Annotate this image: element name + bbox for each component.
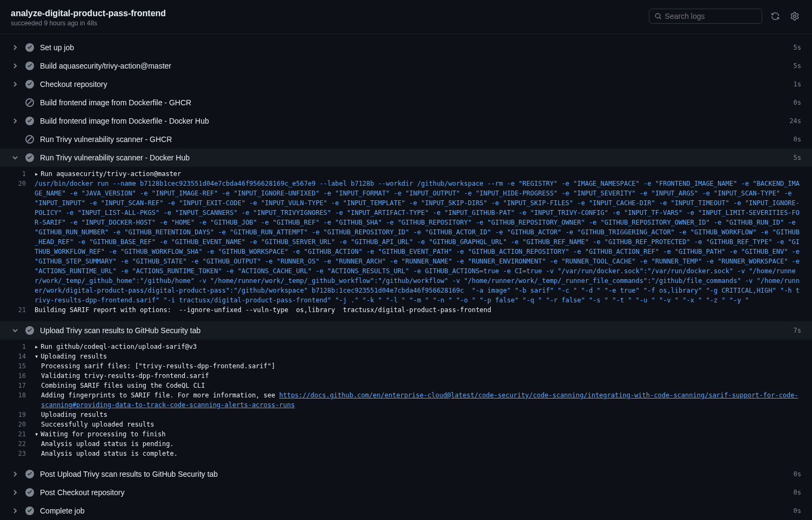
log-line-text: ▸Run github/codeql-action/upload-sarif@v… xyxy=(35,342,801,352)
skip-circle-icon xyxy=(25,134,35,144)
step-label: Run Trivy vulnerability scanner - GHCR xyxy=(40,135,788,144)
step-checkout[interactable]: Checkout repository 1s xyxy=(0,75,812,93)
log-line[interactable]: 15 Processing sarif files: ["trivy-resul… xyxy=(0,361,812,371)
chevron-right-icon xyxy=(11,470,19,478)
rerun-button[interactable] xyxy=(769,10,782,23)
check-circle-icon xyxy=(25,506,35,516)
job-title: analyze-digital-product-pass-frontend xyxy=(11,9,166,18)
skip-circle-icon xyxy=(25,98,35,107)
log-line-text: ▸Run aquasecurity/trivy-action@master xyxy=(35,169,801,179)
step-duration: 0s xyxy=(794,136,801,143)
log-line-number: 17 xyxy=(11,381,35,390)
step-post-checkout[interactable]: Post Checkout repository 0s xyxy=(0,483,812,502)
gear-icon xyxy=(790,12,799,21)
step-label: Upload Trivy scan results to GitHub Secu… xyxy=(40,326,788,335)
log-line[interactable]: 18 Adding fingerprints to SARIF file. Fo… xyxy=(0,390,812,410)
chevron-right-icon xyxy=(11,80,19,89)
log-line-number: 20 xyxy=(11,420,35,429)
log-line-text: Adding fingerprints to SARIF file. For m… xyxy=(35,390,801,410)
log-line-number: 21 xyxy=(11,429,35,439)
search-logs[interactable] xyxy=(649,9,762,24)
check-circle-icon xyxy=(25,116,35,126)
log-line[interactable]: 16 Validating trivy-results-dpp-frontend… xyxy=(0,371,812,381)
log-line[interactable]: 23 Analysis upload status is complete. xyxy=(0,449,812,458)
log-line-text: Analysis upload status is pending. xyxy=(35,439,801,449)
step-complete-job[interactable]: Complete job 0s xyxy=(0,502,812,520)
chevron-right-icon xyxy=(11,507,19,515)
step-label: Post Upload Trivy scan results to GitHub… xyxy=(40,470,788,478)
step-duration: 24s xyxy=(789,117,801,125)
log-line-text: Uploading results xyxy=(35,410,801,420)
step-setup-job[interactable]: Set up job 5s xyxy=(0,38,812,57)
log-line[interactable]: 1 ▸Run github/codeql-action/upload-sarif… xyxy=(0,342,812,352)
log-line-number: 14 xyxy=(11,352,35,361)
chevron-right-icon xyxy=(11,43,19,52)
log-line[interactable]: 17 Combining SARIF files using the CodeQ… xyxy=(0,381,812,390)
step-build-trivy-action[interactable]: Build aquasecurity/trivy-action@master 5… xyxy=(0,57,812,75)
check-circle-icon xyxy=(25,469,35,479)
step-label: Complete job xyxy=(40,507,788,515)
log-line[interactable]: 21 Building SARIF report with options: -… xyxy=(0,305,812,315)
log-line-number: 21 xyxy=(11,305,35,315)
log-line-number: 19 xyxy=(11,410,35,420)
step-duration: 1s xyxy=(794,80,801,88)
search-icon xyxy=(655,12,662,20)
chevron-down-icon xyxy=(11,326,19,335)
sync-icon xyxy=(771,12,780,21)
step-duration: 5s xyxy=(794,154,801,161)
step-trivy-dockerhub[interactable]: Run Trivy vulnerability scanner - Docker… xyxy=(0,148,812,167)
log-line[interactable]: 20 /usr/bin/docker run --name b7128b1cec… xyxy=(0,179,812,305)
check-circle-icon xyxy=(25,61,35,71)
step-label: Set up job xyxy=(40,43,788,52)
step-trivy-ghcr[interactable]: Run Trivy vulnerability scanner - GHCR 0… xyxy=(0,130,812,148)
step-upload-sarif[interactable]: Upload Trivy scan results to GitHub Secu… xyxy=(0,321,812,340)
step-duration: 0s xyxy=(794,470,801,478)
check-circle-icon xyxy=(25,488,35,497)
chevron-down-icon xyxy=(11,153,19,162)
step-duration: 7s xyxy=(794,327,801,334)
step-label: Run Trivy vulnerability scanner - Docker… xyxy=(40,153,788,162)
log-line-text: Validating trivy-results-dpp-frontend.sa… xyxy=(35,371,801,381)
step-label: Post Checkout repository xyxy=(40,488,788,497)
step-duration: 0s xyxy=(794,507,801,515)
log-line[interactable]: 20 Successfully uploaded results xyxy=(0,420,812,429)
log-line-text: /usr/bin/docker run --name b7128b1cec923… xyxy=(35,179,801,305)
log-line-text: Analysis upload status is complete. xyxy=(35,449,801,458)
search-input[interactable] xyxy=(665,12,756,21)
step-post-upload[interactable]: Post Upload Trivy scan results to GitHub… xyxy=(0,465,812,483)
check-circle-icon xyxy=(25,43,35,52)
log-line[interactable]: 21 ▾Waiting for processing to finish xyxy=(0,429,812,439)
log-line-text: Successfully uploaded results xyxy=(35,420,801,429)
log-line[interactable]: 14 ▾Uploading results xyxy=(0,352,812,361)
step-duration: 0s xyxy=(794,489,801,496)
log-line-number: 1 xyxy=(11,169,35,179)
log-line-text: ▾Uploading results xyxy=(35,352,801,361)
step-duration: 5s xyxy=(794,62,801,70)
log-line-text: ▾Waiting for processing to finish xyxy=(35,429,801,439)
log-line-number: 23 xyxy=(11,449,35,458)
log-line[interactable]: 19 Uploading results xyxy=(0,410,812,420)
check-circle-icon xyxy=(25,153,35,163)
log-line-number: 18 xyxy=(11,390,35,410)
step-duration: 0s xyxy=(794,99,801,106)
step-label: Build frontend image from Dockerfile - G… xyxy=(40,98,788,107)
chevron-right-icon xyxy=(11,62,19,70)
log-line-number: 22 xyxy=(11,439,35,449)
step-duration: 5s xyxy=(794,44,801,51)
step-build-dockerhub[interactable]: Build frontend image from Dockerfile - D… xyxy=(0,112,812,130)
log-line-text: Combining SARIF files using the CodeQL C… xyxy=(35,381,801,390)
steps-list: Set up job 5s Build aquasecurity/trivy-a… xyxy=(0,34,812,520)
step-build-ghcr[interactable]: Build frontend image from Dockerfile - G… xyxy=(0,93,812,112)
log-line-text: Processing sarif files: ["trivy-results-… xyxy=(35,361,801,371)
log-line-text: Building SARIF report with options: --ig… xyxy=(35,305,801,315)
log-line-number: 15 xyxy=(11,361,35,371)
log-line[interactable]: 22 Analysis upload status is pending. xyxy=(0,439,812,449)
settings-button[interactable] xyxy=(788,10,801,23)
log-line[interactable]: 1 ▸Run aquasecurity/trivy-action@master xyxy=(0,169,812,179)
check-circle-icon xyxy=(25,326,35,335)
job-header: analyze-digital-product-pass-frontend su… xyxy=(0,0,812,34)
chevron-right-icon xyxy=(11,117,19,125)
step-label: Build frontend image from Dockerfile - D… xyxy=(40,117,784,125)
log-line-number: 1 xyxy=(11,342,35,352)
log-line-number: 16 xyxy=(11,371,35,381)
